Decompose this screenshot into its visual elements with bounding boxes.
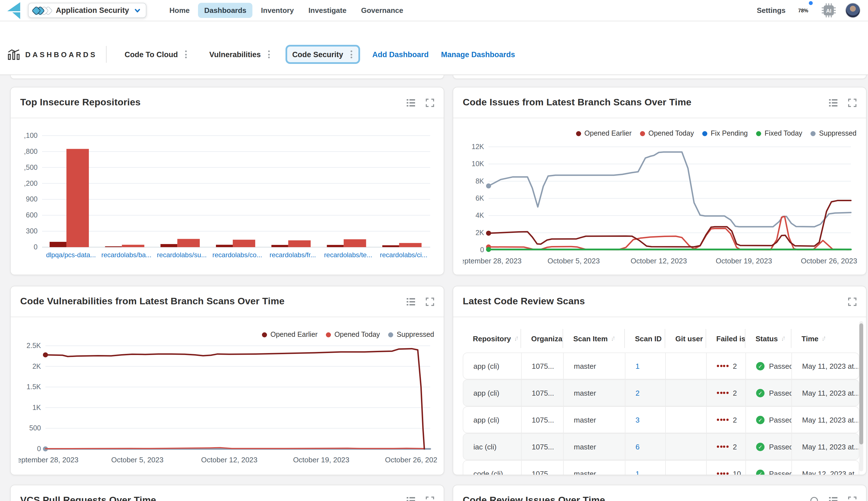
- failed-issues-count: 2: [733, 388, 737, 397]
- add-dashboard-link[interactable]: Add Dashboard: [372, 50, 429, 58]
- dashboard-tab-code-security[interactable]: Code Security: [285, 45, 360, 64]
- kebab-menu-icon[interactable]: [267, 49, 271, 60]
- table-row[interactable]: app (cli)1075...master22✓PassedMay 11, 2…: [463, 380, 859, 406]
- cell-time: May 12, 2023 at...: [792, 461, 859, 475]
- table-scrollbar-thumb[interactable]: [859, 323, 863, 445]
- scrolled-card-remnant: [10, 75, 444, 79]
- x-axis-tick: September 28, 2023: [19, 456, 79, 464]
- prisma-cloud-logo-icon[interactable]: [7, 2, 21, 19]
- column-header-git-user[interactable]: Git user↓↑: [665, 329, 706, 348]
- kebab-menu-icon[interactable]: [349, 49, 353, 60]
- ai-copilot-icon[interactable]: AI: [821, 3, 836, 18]
- legend-item[interactable]: Opened Earlier: [576, 129, 631, 137]
- list-view-icon[interactable]: [829, 496, 837, 501]
- bar-red-series[interactable]: [344, 239, 366, 247]
- list-view-icon[interactable]: [407, 98, 415, 107]
- table-row[interactable]: iac (cli)1075...master62✓PassedMay 11, 2…: [463, 433, 859, 460]
- legend-item[interactable]: Suppressed: [811, 129, 857, 137]
- list-view-icon[interactable]: [407, 496, 415, 501]
- legend-item[interactable]: Fixed Today: [756, 129, 802, 137]
- passed-check-icon: ✓: [756, 443, 764, 451]
- cell-scan-item: master: [564, 353, 625, 379]
- dashboard-tab-vulnerabilities[interactable]: Vulnerabilities: [202, 45, 278, 64]
- bar-dark-red-series[interactable]: [160, 244, 177, 247]
- list-view-icon[interactable]: [829, 98, 837, 107]
- card-vcs-pull-requests-over-time: VCS Pull Requests Over Time: [10, 485, 444, 501]
- table-row[interactable]: code (cli)1075...master110✓PassedMay 12,…: [463, 460, 859, 475]
- column-header-scan-item[interactable]: Scan Item↓↑: [563, 329, 625, 348]
- expand-icon[interactable]: [848, 297, 857, 306]
- legend-item[interactable]: Opened Today: [640, 129, 694, 137]
- bar-dark-red-series[interactable]: [216, 245, 233, 247]
- dashboard-tab-code-to-cloud[interactable]: Code To Cloud: [118, 45, 195, 64]
- scan-id-link[interactable]: 1: [636, 469, 639, 475]
- repository-link[interactable]: recardolabs/ci...: [380, 251, 427, 259]
- nav-item-dashboards[interactable]: Dashboards: [198, 3, 252, 18]
- column-header-status[interactable]: Status↓↑: [745, 329, 792, 348]
- bar-red-series[interactable]: [399, 243, 421, 247]
- dashboards-bar: DASHBOARDS Code To CloudVulnerabilitiesC…: [0, 21, 868, 75]
- expand-icon[interactable]: [848, 98, 857, 107]
- column-header-organizat[interactable]: Organizat: [521, 329, 563, 348]
- scan-id-link[interactable]: 1: [636, 362, 639, 370]
- manage-dashboards-link[interactable]: Manage Dashboards: [441, 50, 515, 58]
- bar-dark-red-series[interactable]: [271, 245, 288, 247]
- bar-red-series[interactable]: [177, 239, 200, 247]
- series-line-opened-earlier: [45, 349, 424, 449]
- bar-dark-red-series[interactable]: [382, 245, 399, 247]
- progress-ring-badge[interactable]: 78%: [795, 2, 812, 19]
- series-start-dot: [486, 183, 491, 189]
- repository-link[interactable]: recardolabs/fr...: [270, 251, 316, 259]
- expand-icon[interactable]: [848, 496, 857, 501]
- scan-id-link[interactable]: 6: [636, 443, 639, 451]
- bar-red-series[interactable]: [122, 245, 144, 247]
- cell-failed-issues: 2: [707, 434, 746, 459]
- primary-nav: HomeDashboardsInventoryInvestigateGovern…: [163, 3, 409, 18]
- repository-link[interactable]: recardolabs/te...: [324, 251, 372, 259]
- cell-scan-id: 6: [625, 434, 666, 459]
- repository-link[interactable]: recardolabs/su...: [157, 251, 207, 259]
- module-selector[interactable]: Application Security: [28, 3, 146, 18]
- nav-item-inventory[interactable]: Inventory: [255, 3, 300, 18]
- bar-red-series[interactable]: [233, 239, 255, 247]
- scan-id-link[interactable]: 2: [636, 388, 639, 397]
- legend-item[interactable]: Fix Pending: [702, 129, 748, 137]
- expand-icon[interactable]: [426, 496, 434, 501]
- dashboards-icon: [8, 49, 20, 60]
- user-avatar[interactable]: [845, 3, 860, 18]
- bar-dark-red-series[interactable]: [105, 246, 122, 247]
- legend-item[interactable]: Opened Earlier: [262, 331, 317, 339]
- expand-icon[interactable]: [426, 297, 434, 306]
- nav-item-investigate[interactable]: Investigate: [302, 3, 353, 18]
- chart-legend: Opened EarlierOpened TodayFix PendingFix…: [576, 129, 857, 137]
- kebab-menu-icon[interactable]: [184, 49, 188, 60]
- table-row[interactable]: app (cli)1075...master12✓PassedMay 11, 2…: [463, 352, 859, 380]
- list-view-icon[interactable]: [407, 297, 415, 306]
- legend-item[interactable]: Opened Today: [326, 331, 380, 339]
- legend-dot-icon: [576, 131, 581, 136]
- legend-item[interactable]: Suppressed: [388, 331, 434, 339]
- bar-dark-red-series[interactable]: [50, 242, 66, 247]
- top-insecure-repositories-bar-chart: ,100,800,500,2009006003000dlpqa/pcs-data…: [15, 121, 440, 262]
- settings-link[interactable]: Settings: [757, 6, 786, 14]
- repository-link[interactable]: dlpqa/pcs-data...: [46, 251, 96, 259]
- scan-id-link[interactable]: 3: [636, 416, 639, 424]
- bar-dark-red-series[interactable]: [327, 245, 344, 247]
- repository-link[interactable]: recardolabs/co...: [212, 251, 262, 259]
- column-header-repository[interactable]: Repository↓↑: [463, 329, 521, 348]
- nav-item-governance[interactable]: Governance: [355, 3, 409, 18]
- nav-item-home[interactable]: Home: [163, 3, 196, 18]
- column-header-scan-id[interactable]: Scan ID↓↑: [625, 329, 665, 348]
- table-row[interactable]: app (cli)1075...master32✓PassedMay 11, 2…: [463, 406, 859, 433]
- cell-scan-id: 2: [625, 380, 666, 406]
- repository-link[interactable]: recardolabs/ba...: [101, 251, 151, 259]
- column-header-time[interactable]: Time↓↑: [792, 329, 859, 348]
- chevron-down-icon: [135, 8, 140, 13]
- bar-red-series[interactable]: [66, 149, 89, 247]
- column-header-failed-issu[interactable]: Failed issu: [706, 329, 745, 348]
- table-body: app (cli)1075...master12✓PassedMay 11, 2…: [463, 352, 859, 475]
- cell-repository: iac (cli): [463, 434, 522, 459]
- refresh-status-circle-icon[interactable]: [810, 496, 818, 501]
- expand-icon[interactable]: [426, 98, 434, 107]
- bar-red-series[interactable]: [288, 241, 311, 247]
